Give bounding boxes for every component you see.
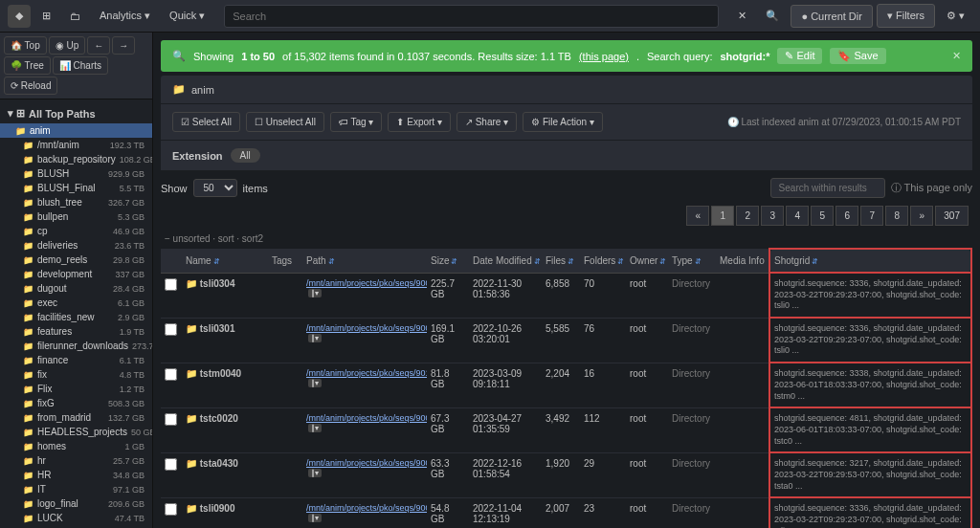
share-menu[interactable]: ↗ Share ▾ — [457, 112, 517, 132]
gear-icon[interactable]: ⚙ ▾ — [939, 4, 972, 28]
path-chip-icon[interactable]: ∥▾ — [308, 469, 322, 477]
tree-item[interactable]: 📁from_madrid132.7 GB — [8, 410, 152, 425]
tree-item[interactable]: 📁deliveries23.6 TB — [8, 238, 152, 253]
sort-row[interactable]: − unsorted · sort · sort2 — [165, 230, 969, 248]
tree-root[interactable]: 📁/mnt/anim192.3 TB — [8, 138, 152, 152]
page-1[interactable]: 1 — [711, 206, 734, 226]
tree-item[interactable]: 📁facilities_new2.9 GB — [8, 310, 152, 324]
page-2[interactable]: 2 — [736, 206, 759, 226]
search-input[interactable] — [224, 5, 719, 28]
col-Path[interactable]: Path⇵ — [302, 249, 427, 273]
table-row[interactable]: 📁 tsli0304/mnt/anim/projects/pko/seqs/90… — [161, 273, 971, 318]
page-5[interactable]: 5 — [811, 206, 834, 226]
tree-item[interactable]: 📁development337 GB — [8, 267, 152, 281]
page-size-select[interactable]: 50 — [193, 179, 237, 197]
tree-item[interactable]: 📁exec6.1 GB — [8, 296, 152, 310]
tree-item[interactable]: 📁Flix1.2 TB — [8, 382, 152, 396]
col-Date Modified[interactable]: Date Modified⇵ — [469, 249, 542, 273]
folder-icon[interactable]: 🗀 — [62, 5, 88, 28]
page-«[interactable]: « — [686, 206, 709, 226]
export-menu[interactable]: ⬆ Export ▾ — [388, 112, 450, 132]
tree-item[interactable]: 📁BLUSH929.9 GB — [8, 166, 152, 181]
charts-button[interactable]: 📊 Charts — [53, 56, 108, 75]
analytics-menu[interactable]: Analytics ▾ — [92, 4, 158, 28]
select-all-button[interactable]: ☑ Select All — [172, 112, 240, 132]
tree-item[interactable]: 📁homes1 GB — [8, 439, 152, 453]
tree-item[interactable]: 📁cp46.9 GB — [8, 224, 152, 238]
col-check[interactable] — [161, 249, 182, 273]
page-8[interactable]: 8 — [885, 206, 908, 226]
page-3[interactable]: 3 — [761, 206, 784, 226]
path-chip-icon[interactable]: ∥▾ — [308, 424, 322, 432]
col-Type[interactable]: Type⇵ — [668, 249, 716, 273]
path-link[interactable]: /mnt/anim/projects/pko/seqs/9006 — [306, 503, 427, 513]
col-Name[interactable]: Name⇵ — [182, 249, 268, 273]
dashboard-icon[interactable]: ⊞ — [34, 4, 58, 28]
tree-item[interactable]: 📁hr25.7 GB — [8, 453, 152, 468]
row-checkbox[interactable] — [165, 458, 177, 471]
page-4[interactable]: 4 — [786, 206, 809, 226]
page-6[interactable]: 6 — [835, 206, 858, 226]
table-row[interactable]: 📁 tsli0301/mnt/anim/projects/pko/seqs/90… — [161, 318, 971, 363]
path-link[interactable]: /mnt/anim/projects/pko/seqs/9006 — [306, 278, 427, 288]
path-link[interactable]: /mnt/anim/projects/pko/seqs/9006 — [306, 323, 427, 333]
col-Folders[interactable]: Folders⇵ — [580, 249, 626, 273]
path-chip-icon[interactable]: ∥▾ — [308, 514, 322, 522]
banner-this-page[interactable]: (this page) — [579, 51, 629, 62]
table-row[interactable]: 📁 tsli0900/mnt/anim/projects/pko/seqs/90… — [161, 497, 971, 528]
results-search-input[interactable] — [770, 178, 885, 198]
row-checkbox[interactable] — [165, 368, 177, 381]
col-Shotgrid[interactable]: Shotgrid⇵ — [769, 249, 971, 273]
tag-menu[interactable]: 🏷 Tag ▾ — [330, 112, 383, 132]
close-icon[interactable]: ✕ — [952, 50, 961, 62]
col-Files[interactable]: Files⇵ — [542, 249, 580, 273]
unselect-all-button[interactable]: ☐ Unselect All — [246, 112, 324, 132]
col-Tags[interactable]: Tags — [268, 249, 302, 273]
tree-header[interactable]: ▾ ⊞ All Top Paths — [0, 103, 152, 123]
tree-item[interactable]: 📁fix4.8 TB — [8, 367, 152, 382]
tree-item[interactable]: 📁demo_reels29.8 GB — [8, 253, 152, 267]
path-link[interactable]: /mnt/anim/projects/pko/seqs/9002 — [306, 458, 427, 468]
quick-menu[interactable]: Quick ▾ — [162, 4, 212, 28]
row-checkbox[interactable] — [165, 503, 177, 516]
page-»[interactable]: » — [910, 206, 933, 226]
search-clear-icon[interactable]: ✕ — [730, 4, 754, 28]
col-Owner[interactable]: Owner⇵ — [626, 249, 668, 273]
table-row[interactable]: 📁 tsta0430/mnt/anim/projects/pko/seqs/90… — [161, 452, 971, 497]
path-chip-icon[interactable]: ∥▾ — [308, 289, 322, 297]
path-chip-icon[interactable]: ∥▾ — [308, 379, 322, 387]
page-only-toggle[interactable]: ⓘ This page only — [891, 181, 972, 195]
tree-item[interactable]: 📁bullpen5.3 GB — [8, 209, 152, 224]
extension-all[interactable]: All — [231, 148, 260, 163]
col-Size[interactable]: Size⇵ — [427, 249, 469, 273]
tree-item[interactable]: 📁dugout28.4 GB — [8, 281, 152, 296]
tree-item[interactable]: 📁IT97.1 GB — [8, 482, 152, 496]
table-row[interactable]: 📁 tstm0040/mnt/anim/projects/pko/seqs/90… — [161, 363, 971, 407]
save-query-button[interactable]: 🔖 Save — [830, 48, 885, 64]
path-chip-icon[interactable]: ∥▾ — [308, 334, 322, 342]
tree-item[interactable]: 📁HR34.8 GB — [8, 468, 152, 482]
tree-item[interactable]: 📁logo_final209.6 GB — [8, 496, 152, 511]
current-dir-toggle[interactable]: ● Current Dir — [791, 5, 873, 28]
filters-button[interactable]: ▾ Filters — [877, 4, 935, 28]
row-checkbox[interactable] — [165, 278, 177, 291]
page-7[interactable]: 7 — [860, 206, 883, 226]
path-link[interactable]: /mnt/anim/projects/pko/seqs/9009 — [306, 413, 427, 423]
tree-item[interactable]: 📁BLUSH_Final5.5 TB — [8, 181, 152, 195]
file-action-menu[interactable]: ⚙ File Action ▾ — [523, 112, 603, 132]
tree-item[interactable]: 📁finance6.1 TB — [8, 353, 152, 367]
path-link[interactable]: /mnt/anim/projects/pko/seqs/9010 — [306, 368, 427, 378]
forward-button[interactable]: → — [112, 36, 135, 55]
row-checkbox[interactable] — [165, 323, 177, 336]
tree-item[interactable]: 📁LUCK47.4 TB — [8, 511, 152, 525]
tree-item[interactable]: 📁filerunner_downloads273.7 MB — [8, 339, 152, 353]
page-307[interactable]: 307 — [935, 206, 969, 226]
tree-item[interactable]: 📁fixG508.3 GB — [8, 396, 152, 410]
top-button[interactable]: 🏠 Top — [4, 36, 47, 55]
up-button[interactable]: ◉ Up — [49, 36, 86, 55]
breadcrumb-label[interactable]: anim — [191, 84, 214, 96]
tree-item[interactable]: 📁features1.9 TB — [8, 324, 152, 339]
col-Media Info[interactable]: Media Info — [716, 249, 769, 273]
app-logo[interactable]: ◆ — [8, 5, 31, 28]
row-checkbox[interactable] — [165, 413, 177, 426]
